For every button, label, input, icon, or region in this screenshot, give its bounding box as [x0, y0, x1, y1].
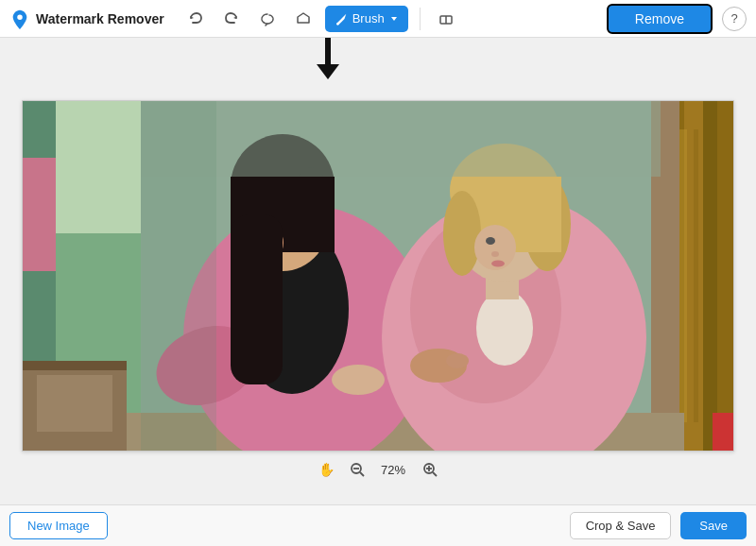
brush-button[interactable]: Brush — [325, 6, 408, 32]
svg-rect-14 — [679, 129, 687, 422]
main-image[interactable] — [23, 101, 733, 451]
zoom-level: 72% — [377, 463, 410, 477]
arrow-head — [317, 64, 339, 79]
canvas-area: ✋ 72% — [0, 83, 756, 504]
toolbar: Watermark Remover Brush — [0, 0, 756, 38]
help-button[interactable]: ? — [722, 7, 747, 31]
separator — [420, 8, 421, 30]
svg-rect-12 — [703, 101, 717, 451]
remove-btn-wrapper: Remove ? — [607, 4, 747, 34]
lasso-button[interactable] — [253, 6, 282, 32]
svg-point-48 — [332, 365, 385, 395]
arrow-tooltip — [317, 38, 339, 79]
logo-area: Watermark Remover — [9, 9, 164, 29]
zoom-in-button[interactable] — [420, 459, 440, 480]
new-image-button[interactable]: New Image — [9, 512, 108, 539]
polygon-button[interactable] — [289, 6, 318, 32]
zoom-out-button[interactable] — [347, 459, 368, 480]
svg-point-43 — [486, 237, 495, 245]
remove-button[interactable]: Remove — [607, 4, 713, 34]
crop-save-button[interactable]: Crop & Save — [570, 512, 672, 539]
svg-rect-19 — [23, 361, 127, 370]
redo-button[interactable] — [217, 6, 246, 32]
arrow-shaft — [325, 38, 331, 64]
svg-rect-8 — [56, 101, 141, 233]
hand-tool-button[interactable]: ✋ — [317, 459, 337, 480]
svg-rect-20 — [37, 375, 112, 432]
svg-point-2 — [336, 22, 339, 25]
brush-label: Brush — [352, 11, 385, 26]
svg-rect-50 — [141, 101, 216, 451]
svg-point-35 — [476, 290, 533, 366]
svg-rect-49 — [141, 101, 661, 177]
svg-rect-16 — [713, 413, 733, 451]
svg-point-47 — [446, 353, 469, 368]
svg-marker-1 — [298, 13, 309, 23]
app-title: Watermark Remover — [36, 11, 164, 26]
image-wrapper[interactable] — [22, 100, 734, 452]
painting-svg — [23, 101, 733, 451]
svg-rect-32 — [231, 214, 283, 384]
logo-icon — [9, 9, 30, 29]
svg-rect-9 — [23, 158, 56, 271]
undo-button[interactable] — [181, 6, 210, 32]
arrow-container — [0, 38, 756, 83]
footer-right: Crop & Save Save — [570, 512, 747, 539]
save-button[interactable]: Save — [680, 512, 747, 539]
footer: New Image Crop & Save Save — [0, 504, 756, 546]
svg-line-55 — [433, 472, 437, 476]
svg-line-52 — [360, 472, 364, 476]
svg-point-44 — [491, 251, 499, 257]
svg-point-45 — [491, 261, 505, 267]
svg-point-41 — [443, 191, 481, 276]
svg-rect-15 — [694, 129, 698, 422]
erase-button[interactable] — [432, 6, 460, 32]
zoom-controls: ✋ 72% — [317, 452, 440, 487]
